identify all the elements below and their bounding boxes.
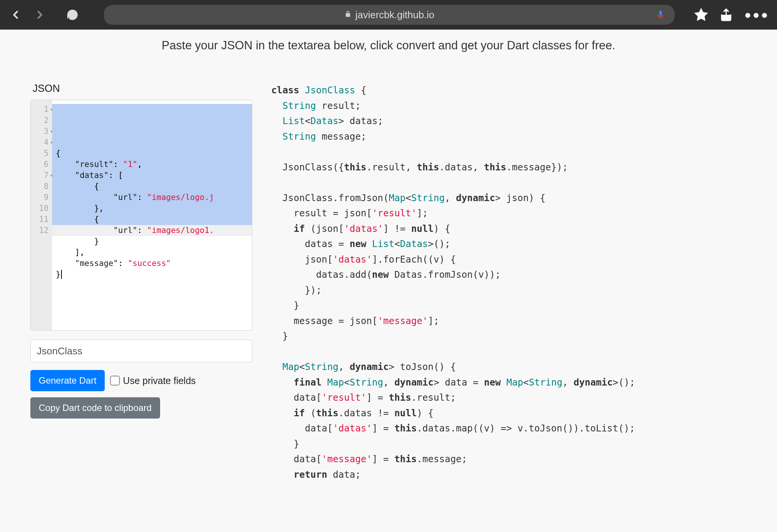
dart-output: class JsonClass { String result; List<Da… (271, 83, 747, 482)
svg-marker-0 (695, 9, 707, 20)
private-fields-label: Use private fields (123, 375, 196, 386)
generate-dart-button[interactable]: Generate Dart (30, 370, 105, 391)
browser-toolbar: javiercbk.github.io ●●● (0, 0, 777, 30)
json-section-label: JSON (33, 83, 252, 94)
editor-code-lines: { "result": "1", "datas": [ { "url": "im… (52, 148, 252, 280)
private-fields-checkbox[interactable] (110, 376, 120, 386)
mic-icon[interactable] (656, 10, 665, 20)
instruction-text: Paste your JSON in the textarea below, c… (30, 39, 747, 52)
lock-icon (344, 10, 352, 20)
editor-gutter: 123456789101112 (31, 100, 52, 330)
url-bar[interactable]: javiercbk.github.io (104, 5, 675, 25)
class-name-input[interactable] (30, 340, 252, 362)
url-text: javiercbk.github.io (355, 9, 434, 21)
share-icon[interactable] (719, 8, 733, 22)
forward-button[interactable] (32, 8, 48, 21)
back-button[interactable] (8, 8, 24, 21)
star-icon[interactable] (694, 8, 708, 22)
copy-dart-button[interactable]: Copy Dart code to clipboard (30, 397, 160, 419)
reload-button[interactable] (64, 9, 80, 21)
more-icon[interactable]: ●●● (744, 8, 769, 21)
editor-code-area[interactable]: { "result": "1", "datas": [ { "url": "im… (52, 100, 252, 330)
json-editor[interactable]: 123456789101112 { "result": "1", "datas"… (30, 100, 252, 331)
